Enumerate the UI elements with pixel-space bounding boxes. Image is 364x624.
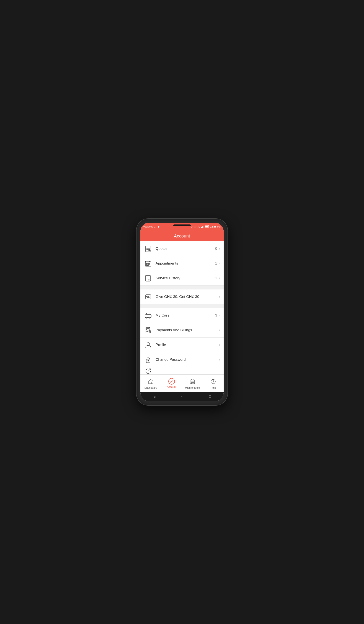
svg-rect-62 <box>191 383 192 384</box>
svg-rect-40 <box>147 328 149 330</box>
signal-icon <box>201 225 204 228</box>
profile-chevron: › <box>219 342 220 347</box>
profile-label: Profile <box>156 343 219 347</box>
payments-icon <box>144 326 153 335</box>
dashboard-nav-icon <box>148 379 154 386</box>
network-type: 3G <box>197 226 200 228</box>
referral-icon <box>144 292 153 301</box>
svg-rect-1 <box>202 226 203 228</box>
svg-rect-0 <box>201 227 202 228</box>
profile-icon <box>144 341 153 349</box>
android-back-btn[interactable]: ◁ <box>153 394 156 399</box>
account-nav-icon <box>168 378 175 385</box>
header-title: Account <box>174 234 190 238</box>
android-nav: ◁ ○ □ <box>140 392 224 401</box>
menu-item-my-cars[interactable]: My Cars 3 › <box>140 308 224 323</box>
my-cars-badge: 3 <box>215 313 217 317</box>
svg-rect-21 <box>148 265 149 266</box>
menu-item-quotes[interactable]: Quotes 0 › <box>140 241 224 256</box>
menu-content: Quotes 0 › <box>140 241 224 374</box>
bottom-nav: Dashboard Account <box>140 374 224 392</box>
svg-rect-19 <box>149 263 150 264</box>
svg-rect-20 <box>146 265 147 266</box>
status-bar: vodafone GH ▶ ⊙ 3G <box>140 223 224 231</box>
svg-rect-6 <box>206 226 208 227</box>
svg-point-48 <box>148 360 149 361</box>
carrier-name: vodafone GH <box>143 225 157 228</box>
svg-rect-53 <box>150 382 152 384</box>
svg-rect-5 <box>209 226 209 227</box>
svg-rect-18 <box>148 263 149 264</box>
svg-rect-61 <box>193 382 194 382</box>
appointments-label: Appointments <box>156 261 215 266</box>
android-home-btn[interactable]: ○ <box>181 394 183 398</box>
svg-rect-3 <box>204 225 204 228</box>
svg-line-52 <box>148 369 151 371</box>
quotes-icon <box>144 244 153 253</box>
referral-chevron: › <box>219 294 220 299</box>
phone-speaker <box>173 224 191 226</box>
location-icon: ⊙ <box>191 225 193 228</box>
maintenance-nav-icon <box>190 379 195 386</box>
partial-icon <box>144 367 153 374</box>
service-history-badge: 1 <box>215 276 217 280</box>
account-nav-label: Account <box>167 386 176 389</box>
status-icons: ⊙ 3G <box>191 225 221 228</box>
menu-item-payments[interactable]: Payments And Billings › <box>140 323 224 338</box>
account-nav-underline <box>167 390 176 390</box>
app-header: Account <box>140 231 224 241</box>
help-nav-label: Help <box>210 386 216 389</box>
menu-item-appointments[interactable]: Appointments 1 › <box>140 256 224 271</box>
svg-point-54 <box>171 380 172 381</box>
wifi-icon <box>193 225 197 228</box>
maintenance-nav-label: Maintenance <box>185 386 200 389</box>
nav-item-help[interactable]: ? Help <box>203 375 224 392</box>
change-password-label: Change Password <box>156 358 219 362</box>
phone-screen: vodafone GH ▶ ⊙ 3G <box>140 223 224 401</box>
phone-device: vodafone GH ▶ ⊙ 3G <box>136 219 228 405</box>
nav-item-account[interactable]: Account <box>161 375 182 392</box>
svg-rect-17 <box>146 263 147 264</box>
svg-rect-60 <box>192 382 193 382</box>
svg-point-31 <box>149 296 150 297</box>
screen: vodafone GH ▶ ⊙ 3G <box>140 223 224 401</box>
battery-icon <box>205 225 209 228</box>
change-password-icon <box>144 355 153 364</box>
svg-point-46 <box>147 342 150 345</box>
dashboard-nav-label: Dashboard <box>145 386 157 389</box>
menu-item-service-history[interactable]: Service History 1 › <box>140 271 224 286</box>
section-divider-2 <box>140 304 224 308</box>
payments-label: Payments And Billings <box>156 328 219 332</box>
menu-item-partial[interactable] <box>140 367 224 374</box>
svg-rect-59 <box>191 382 192 382</box>
svg-point-30 <box>147 296 147 297</box>
carrier-icon: ▶ <box>158 225 160 228</box>
my-cars-label: My Cars <box>156 313 215 318</box>
menu-item-referral[interactable]: Give GH₵ 30, Get GH₵ 30 › <box>140 289 224 304</box>
change-password-chevron: › <box>219 357 220 362</box>
referral-label: Give GH₵ 30, Get GH₵ 30 <box>156 294 219 299</box>
quotes-badge: 0 <box>215 247 217 251</box>
service-history-label: Service History <box>156 276 215 280</box>
menu-item-profile[interactable]: Profile › <box>140 338 224 352</box>
help-nav-icon: ? <box>210 379 216 386</box>
nav-item-maintenance[interactable]: Maintenance <box>182 375 203 392</box>
svg-rect-29 <box>146 295 151 299</box>
svg-rect-47 <box>146 359 150 363</box>
my-cars-chevron: › <box>219 313 220 318</box>
appointments-chevron: › <box>219 261 220 266</box>
payments-chevron: › <box>219 328 220 332</box>
carrier-info: vodafone GH ▶ <box>143 225 160 228</box>
svg-text:?: ? <box>212 380 214 383</box>
my-cars-icon <box>144 311 153 320</box>
appointments-icon <box>144 259 153 268</box>
service-history-icon <box>144 274 153 283</box>
menu-item-change-password[interactable]: Change Password › <box>140 352 224 367</box>
quotes-chevron: › <box>219 246 220 251</box>
nav-item-dashboard[interactable]: Dashboard <box>140 375 161 392</box>
time-display: 12:58 PM <box>210 225 221 228</box>
service-history-chevron: › <box>219 276 220 280</box>
android-recents-btn[interactable]: □ <box>209 394 211 398</box>
appointments-badge: 1 <box>215 261 217 265</box>
quotes-label: Quotes <box>156 247 215 251</box>
